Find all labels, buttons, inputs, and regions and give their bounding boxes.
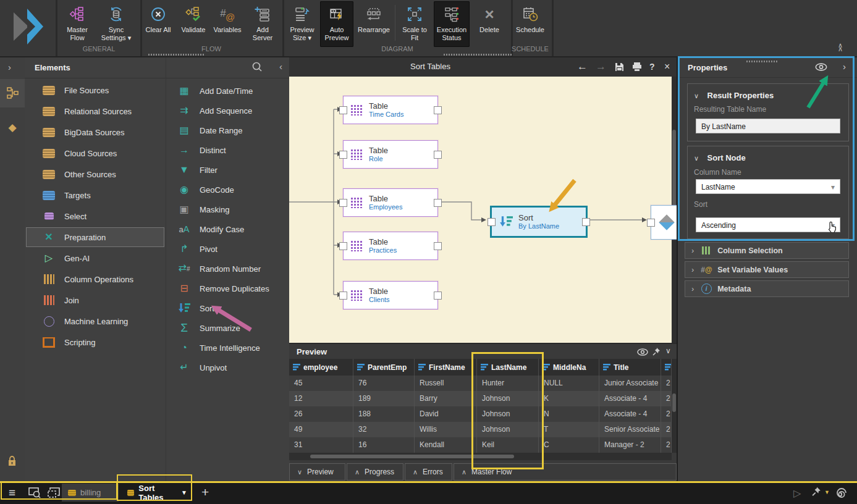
drag-handle[interactable] [746,61,779,62]
sidebar-item-preparation[interactable]: ✕ Preparation [26,227,164,247]
column-header-title[interactable]: Title [599,359,661,376]
dock-tab-progress[interactable]: ∧ Progress [347,463,403,481]
pin-tray-icon[interactable] [812,487,821,497]
sidebar-item-bigdata-sources[interactable]: BigData Sources [26,122,164,142]
column-header-firstname[interactable]: FirstName [415,359,477,376]
collapse-panel-icon[interactable]: ‹ [279,61,282,72]
input-port[interactable] [339,242,347,250]
section-column-selection[interactable]: › Column Selection [685,242,849,259]
cell[interactable]: 76 [353,376,415,391]
result-properties-toggle[interactable]: ∨ Result Properties [694,90,848,101]
input-port[interactable] [647,219,655,227]
cell[interactable]: Johnson [477,406,539,422]
forward-icon[interactable]: → [596,61,606,73]
sort-node-toggle[interactable]: ∨ Sort Node [694,152,848,163]
tool-item-filter[interactable]: ▼ Filter [167,160,289,180]
output-port[interactable] [434,292,442,300]
new-tab-button[interactable]: + [201,486,209,498]
node-table-role[interactable]: Table Role [343,140,438,169]
cell[interactable]: Manager - 2 [599,437,661,453]
node-table-clients[interactable]: Table Clients [343,281,438,309]
spiral-tray-icon[interactable] [835,487,848,499]
cell[interactable]: Kendall [415,437,477,453]
output-port[interactable] [434,106,442,114]
cell[interactable]: 189 [353,391,415,406]
pin-icon[interactable] [652,348,661,356]
tool-item-sort[interactable]: Sort [167,298,289,318]
node-sort-by-lastname[interactable]: Sort By LastName [490,206,588,238]
print-icon[interactable] [632,62,642,72]
search-icon[interactable] [251,61,263,72]
node-table-practices[interactable]: Table Practices [343,232,438,260]
cell[interactable]: Russell [415,376,477,391]
grid-row[interactable]: 31 16 Kendall Keil C Manager - 2 2 [289,437,672,453]
rearrange-button[interactable]: Rearrange [356,1,392,47]
validate-button[interactable]: Validate [177,1,209,47]
dock-tab-errors[interactable]: ∧ Errors [405,463,452,481]
chevron-down-icon[interactable]: ▼ [824,489,830,495]
section-set-variable-values[interactable]: › #@ Set Variable Values [685,261,849,278]
cell[interactable]: 31 [289,437,353,453]
save-icon[interactable] [615,62,624,72]
cell[interactable]: 2 [661,391,672,406]
cell[interactable]: Willis [415,422,477,437]
sidebar-item-column-operations[interactable]: Column Operations [26,269,164,289]
cell[interactable]: Hunter [477,376,539,391]
expand-panel-icon[interactable]: › [8,62,11,72]
node-output-clipped[interactable] [651,205,677,240]
cell[interactable]: T [539,422,599,437]
schedule-button[interactable]: Schedule [513,1,547,47]
sidebar-item-file-sources[interactable]: File Sources [26,80,164,100]
auto-preview-button[interactable]: Auto Preview [320,1,353,47]
help-icon[interactable]: ? [649,61,655,73]
cell[interactable]: 49 [289,422,353,437]
sidebar-item-other-sources[interactable]: Other Sources [26,164,164,184]
cell[interactable]: David [415,406,477,422]
input-port[interactable] [339,199,347,207]
cell[interactable]: 32 [353,422,415,437]
section-metadata[interactable]: › i Metadata [685,280,849,297]
sidebar-item-select[interactable]: Select [26,206,164,226]
sort-order-dropdown[interactable]: Ascending [696,217,840,232]
tool-item-distinct[interactable]: → Distinct [167,140,289,160]
column-header-clipped[interactable] [661,359,672,376]
cell[interactable]: 26 [289,406,353,422]
output-port[interactable] [434,199,442,207]
tool-item-remove-duplicates[interactable]: ⊟ Remove Duplicates [167,279,289,298]
sidebar-item-machine-learning[interactable]: Machine Learning [26,311,164,331]
preview-size-button[interactable]: Preview Size ▾ [285,1,319,47]
input-port[interactable] [488,218,496,226]
column-header-middlename[interactable]: MiddleNa [539,359,599,376]
server-browse-icon[interactable] [28,487,41,498]
cell[interactable]: 2 [661,422,672,437]
scrollbar-thumb[interactable] [672,393,676,412]
cell[interactable]: Associate - 4 [599,391,661,406]
back-icon[interactable]: ← [577,61,588,73]
output-port[interactable] [582,218,590,226]
gen-ai-tray-icon[interactable]: ▷ [793,487,801,499]
scrollbar-thumb[interactable] [310,455,514,458]
cell[interactable]: Junior Associate - [599,376,661,391]
eye-icon[interactable] [815,63,827,71]
input-port[interactable] [339,106,347,114]
tool-item-modify-case[interactable]: aA Modify Case [167,219,289,239]
tool-item-random-number[interactable]: ⇄# Random Number [167,259,289,279]
preview-vertical-scrollbar[interactable] [672,359,677,453]
dock-tab-master-flow[interactable]: ∧ Master Flow [454,463,677,481]
cell[interactable]: NULL [539,376,599,391]
tool-item-add-datetime[interactable]: ▦ Add Date/Time [167,81,289,101]
sidebar-item-cloud-sources[interactable]: Cloud Sources [26,143,164,163]
tool-item-pivot[interactable]: ↱ Pivot [167,239,289,259]
cell[interactable]: 2 [661,376,672,391]
sidebar-item-relational-sources[interactable]: Relational Sources [26,101,164,121]
cell[interactable]: Keil [477,437,539,453]
collapse-preview-icon[interactable]: ∨ [665,346,671,355]
taskbar-tab-billing[interactable]: billing [62,484,119,502]
input-port[interactable] [339,151,347,159]
cell[interactable]: 2 [661,437,672,453]
cell[interactable]: C [539,437,599,453]
input-port[interactable] [339,292,347,300]
eye-icon[interactable] [637,348,648,356]
column-header-lastname[interactable]: LastName [477,359,539,376]
cell[interactable]: 2 [661,406,672,422]
